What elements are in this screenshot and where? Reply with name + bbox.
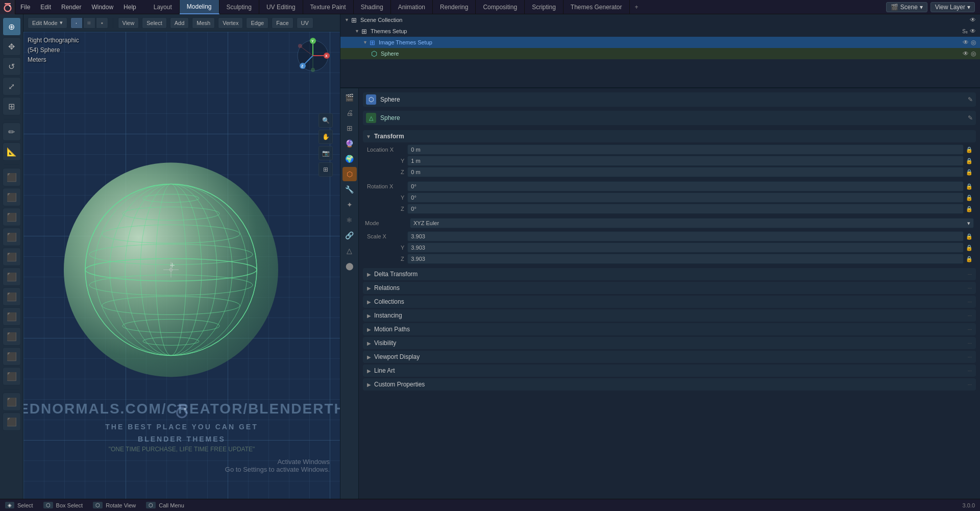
- rotation-y-lock[interactable]: 🔒: [965, 192, 974, 203]
- scale-z-lock[interactable]: 🔒: [965, 254, 974, 264]
- location-z-value[interactable]: 0 m: [407, 167, 964, 177]
- tab-shading[interactable]: Shading: [354, 0, 391, 14]
- tab-animation[interactable]: Animation: [391, 0, 433, 14]
- axis-gizmo[interactable]: Y X Z: [295, 38, 331, 75]
- rotation-z-lock[interactable]: 🔒: [965, 204, 974, 214]
- rotation-x-value[interactable]: 0°: [407, 181, 964, 191]
- tab-rendering[interactable]: Rendering: [433, 0, 476, 14]
- scale-tool[interactable]: ⤢: [3, 77, 21, 95]
- cursor-tool[interactable]: ⊕: [3, 17, 21, 36]
- view-menu-btn[interactable]: View: [118, 17, 139, 29]
- output-props-icon[interactable]: 🖨: [342, 106, 357, 120]
- select-menu-btn[interactable]: Select: [142, 17, 167, 29]
- vertex-menu-btn[interactable]: Vertex: [218, 17, 243, 29]
- visibility-header[interactable]: ▶ Visibility ···: [363, 337, 976, 349]
- particles-props-icon[interactable]: ✦: [342, 198, 357, 212]
- annotate-tool[interactable]: ✏: [3, 123, 21, 141]
- shrink-fatten-tool[interactable]: ⬛: [3, 367, 21, 385]
- sphere-select-icon[interactable]: ◎: [971, 50, 976, 57]
- pan-icon[interactable]: ✋: [318, 130, 333, 144]
- scale-y-value[interactable]: 3.903: [407, 242, 964, 253]
- location-x-value[interactable]: 0 m: [407, 144, 964, 155]
- rotate-tool[interactable]: ↺: [3, 57, 21, 76]
- measure-tool[interactable]: 📐: [3, 142, 21, 161]
- image-themes-select[interactable]: ◎: [971, 39, 976, 46]
- camera-icon[interactable]: 📷: [318, 146, 333, 160]
- outliner-image-themes-setup[interactable]: ▼ ⊞ Image Themes Setup 👁 ◎: [340, 37, 980, 48]
- object-props-icon[interactable]: ⬡: [342, 167, 357, 181]
- loop-cut-tool[interactable]: ⬛: [3, 248, 21, 266]
- outliner-themes-setup[interactable]: ▼ ⊞ Themes Setup S₂ 👁: [340, 26, 980, 37]
- rotation-y-value[interactable]: 0°: [407, 192, 964, 203]
- view-layer-selector[interactable]: View Layer ▾: [930, 2, 975, 12]
- mesh-name-edit-icon[interactable]: ✎: [968, 114, 973, 121]
- move-tool[interactable]: ✥: [3, 37, 21, 56]
- edit-menu[interactable]: Edit: [35, 0, 56, 14]
- object-name-edit-icon[interactable]: ✎: [968, 96, 973, 103]
- edge-menu-btn[interactable]: Edge: [246, 17, 268, 29]
- location-y-lock[interactable]: 🔒: [965, 156, 974, 166]
- modifier-props-icon[interactable]: 🔧: [342, 182, 357, 197]
- tab-texture-paint[interactable]: Texture Paint: [303, 0, 354, 14]
- material-props-icon[interactable]: ⬤: [342, 259, 357, 273]
- scene-props-icon[interactable]: 🔮: [342, 136, 357, 151]
- rotation-mode-dropdown[interactable]: XYZ Euler ▾: [410, 218, 974, 228]
- spin-tool[interactable]: ⬛: [3, 307, 21, 326]
- physics-props-icon[interactable]: ⚛: [342, 213, 357, 227]
- extrude-tool[interactable]: ⬛: [3, 188, 21, 206]
- constraints-props-icon[interactable]: 🔗: [342, 228, 357, 242]
- bevel-tool[interactable]: ⬛: [3, 228, 21, 246]
- tab-layout[interactable]: Layout: [146, 0, 180, 14]
- inset-tool[interactable]: ⬛: [3, 208, 21, 226]
- file-menu[interactable]: File: [15, 0, 35, 14]
- grid-icon[interactable]: ⊞: [318, 162, 333, 177]
- delta-transform-header[interactable]: ▶ Delta Transform ···: [363, 268, 976, 280]
- custom-properties-header[interactable]: ▶ Custom Properties ···: [363, 378, 976, 391]
- add-workspace-tab[interactable]: +: [630, 0, 644, 14]
- face-menu-btn[interactable]: Face: [272, 17, 293, 29]
- knife-tool[interactable]: ⬛: [3, 267, 21, 286]
- tab-modeling[interactable]: Modeling: [180, 0, 219, 14]
- smooth-tool[interactable]: ⬛: [3, 327, 21, 346]
- tab-sculpting[interactable]: Sculpting: [219, 0, 259, 14]
- uv-menu-btn[interactable]: UV: [297, 17, 313, 29]
- to-sphere-tool[interactable]: ⬛: [3, 412, 21, 431]
- tab-themes-generator[interactable]: Themes Generator: [564, 0, 630, 14]
- view-layer-props-icon[interactable]: ⊞: [342, 121, 357, 135]
- tab-scripting[interactable]: Scripting: [525, 0, 564, 14]
- add-menu-btn[interactable]: Add: [170, 17, 189, 29]
- render-props-icon[interactable]: 🎬: [342, 90, 357, 105]
- motion-paths-header[interactable]: ▶ Motion Paths ···: [363, 323, 976, 335]
- sphere-visibility[interactable]: 👁: [963, 50, 969, 57]
- vertex-mode-btn[interactable]: ·: [70, 17, 83, 29]
- poly-build-tool[interactable]: ⬛: [3, 287, 21, 306]
- zoom-icon[interactable]: 🔍: [318, 113, 333, 128]
- data-props-icon[interactable]: △: [342, 244, 357, 258]
- outliner-sphere[interactable]: ⬡ Sphere 👁 ◎: [340, 48, 980, 59]
- line-art-header[interactable]: ▶ Line Art ···: [363, 364, 976, 377]
- viewport-3d[interactable]: Right Orthographic (54) Sphere Meters: [23, 32, 340, 499]
- scale-y-lock[interactable]: 🔒: [965, 242, 974, 253]
- viewport-display-header[interactable]: ▶ Viewport Display ···: [363, 351, 976, 363]
- render-menu[interactable]: Render: [56, 0, 86, 14]
- themes-setup-visibility[interactable]: 👁: [970, 28, 976, 35]
- rotation-x-lock[interactable]: 🔒: [965, 181, 974, 191]
- location-x-lock[interactable]: 🔒: [965, 144, 974, 155]
- transform-section-header[interactable]: ▼ Transform: [363, 130, 976, 142]
- mesh-menu-btn[interactable]: Mesh: [192, 17, 215, 29]
- edit-mode-dropdown[interactable]: Edit Mode ▾: [28, 17, 67, 29]
- world-props-icon[interactable]: 🌍: [342, 152, 357, 166]
- scale-x-value[interactable]: 3.903: [407, 231, 964, 241]
- face-mode-btn[interactable]: ▪: [96, 17, 108, 29]
- location-y-value[interactable]: 1 m: [407, 156, 964, 166]
- image-themes-visibility[interactable]: 👁: [963, 39, 969, 46]
- transform-tool[interactable]: ⊞: [3, 97, 21, 115]
- scene-collection-visibility[interactable]: 👁: [970, 16, 976, 23]
- collections-header[interactable]: ▶ Collections ···: [363, 296, 976, 308]
- scale-z-value[interactable]: 3.903: [407, 254, 964, 264]
- edge-slide-tool[interactable]: ⬛: [3, 347, 21, 366]
- relations-header[interactable]: ▶ Relations ···: [363, 282, 976, 294]
- add-cube-tool[interactable]: ⬛: [3, 168, 21, 186]
- instancing-header[interactable]: ▶ Instancing ···: [363, 309, 976, 322]
- edge-mode-btn[interactable]: ⌗: [83, 17, 95, 29]
